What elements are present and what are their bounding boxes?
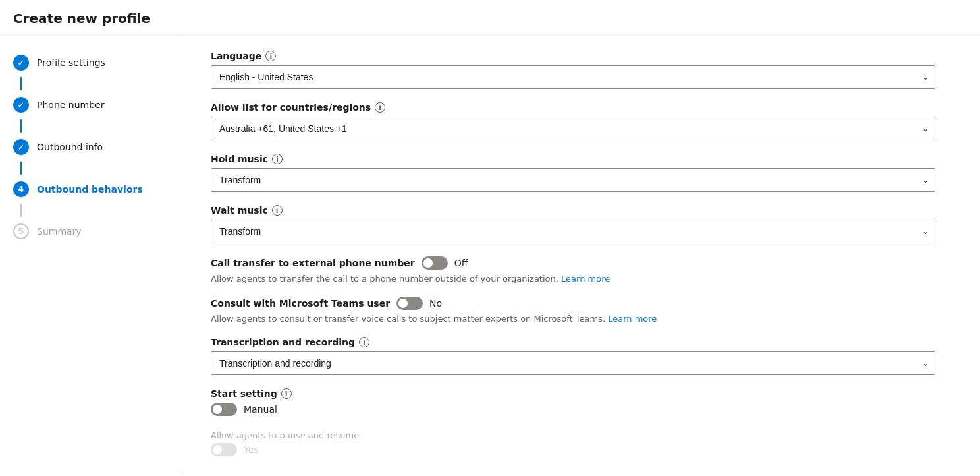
hold-music-info-icon[interactable]: i <box>272 154 283 164</box>
hold-music-label: Hold music i <box>211 154 935 164</box>
start-setting-toggle[interactable] <box>211 403 237 416</box>
wait-music-group: Wait music i Transform None Default ⌄ <box>211 205 935 243</box>
language-select-wrapper: English - United States English - UK Fre… <box>211 65 935 89</box>
sidebar-item-profile-settings[interactable]: ✓ Profile settings <box>0 48 184 77</box>
call-transfer-learn-more[interactable]: Learn more <box>561 274 610 283</box>
main-layout: ✓ Profile settings ✓ Phone number ✓ Outb… <box>0 35 980 474</box>
consult-teams-description: Allow agents to consult or transfer voic… <box>211 314 657 324</box>
step-circle-1: ✓ <box>13 55 29 71</box>
step-circle-3: ✓ <box>13 139 29 155</box>
hold-music-group: Hold music i Transform None Default ⌄ <box>211 154 935 192</box>
sidebar-item-outbound-info[interactable]: ✓ Outbound info <box>0 133 184 162</box>
wait-music-label: Wait music i <box>211 205 935 216</box>
sidebar-item-summary[interactable]: 5 Summary <box>0 217 184 246</box>
language-select[interactable]: English - United States English - UK Fre… <box>211 65 935 89</box>
start-setting-group: Start setting i Manual <box>211 388 935 416</box>
wait-music-info-icon[interactable]: i <box>272 205 283 216</box>
consult-teams-learn-more[interactable]: Learn more <box>608 314 657 324</box>
start-setting-state: Manual <box>244 404 277 415</box>
allow-list-group: Allow list for countries/regions i Austr… <box>211 102 935 140</box>
start-setting-info-icon[interactable]: i <box>281 388 292 399</box>
start-setting-toggle-row: Manual <box>211 403 935 416</box>
allow-pause-toggle[interactable] <box>211 443 237 456</box>
transcription-group: Transcription and recording i Transcript… <box>211 337 935 375</box>
sidebar-item-outbound-behaviors[interactable]: 4 Outbound behaviors <box>0 175 184 204</box>
consult-teams-toggle[interactable] <box>396 297 423 310</box>
call-transfer-track <box>422 256 448 270</box>
form-section: Language i English - United States Engli… <box>211 51 935 456</box>
wait-music-select[interactable]: Transform None Default <box>211 220 935 243</box>
consult-teams-header: Consult with Microsoft Teams user No <box>211 297 442 310</box>
wait-music-select-wrapper: Transform None Default ⌄ <box>211 220 935 243</box>
consult-teams-track <box>396 297 423 310</box>
call-transfer-state: Off <box>454 258 468 268</box>
consult-teams-state: No <box>429 298 442 309</box>
step-circle-5: 5 <box>13 223 29 239</box>
sidebar: ✓ Profile settings ✓ Phone number ✓ Outb… <box>0 35 184 474</box>
consult-teams-label: Consult with Microsoft Teams user <box>211 298 390 309</box>
page-header: Create new profile <box>0 0 980 35</box>
step-circle-4: 4 <box>13 181 29 197</box>
hold-music-select-wrapper: Transform None Default ⌄ <box>211 168 935 192</box>
call-transfer-description: Allow agents to transfer the call to a p… <box>211 274 610 283</box>
allow-pause-header: Yes <box>211 443 259 456</box>
transcription-label: Transcription and recording i <box>211 337 935 347</box>
allow-pause-state: Yes <box>244 444 259 455</box>
start-setting-label: Start setting i <box>211 388 935 399</box>
allow-list-select-wrapper: Australia +61, United States +1 ⌄ <box>211 117 935 140</box>
connector-4 <box>20 204 22 217</box>
sidebar-label-profile-settings: Profile settings <box>37 57 105 68</box>
main-content: Language i English - United States Engli… <box>184 35 980 474</box>
call-transfer-thumb <box>423 258 433 268</box>
consult-teams-thumb <box>398 299 408 308</box>
call-transfer-label: Call transfer to external phone number <box>211 258 415 268</box>
call-transfer-header: Call transfer to external phone number O… <box>211 256 468 270</box>
sidebar-label-summary: Summary <box>37 226 82 237</box>
call-transfer-group: Call transfer to external phone number O… <box>211 256 935 283</box>
allow-pause-description: Allow agents to pause and resume <box>211 431 359 440</box>
consult-teams-group: Consult with Microsoft Teams user No All… <box>211 297 935 324</box>
connector-1 <box>20 77 22 90</box>
allow-list-label: Allow list for countries/regions i <box>211 102 935 113</box>
hold-music-select[interactable]: Transform None Default <box>211 168 935 192</box>
page-title: Create new profile <box>13 11 967 26</box>
connector-2 <box>20 119 22 133</box>
allow-pause-group: Allow agents to pause and resume Yes <box>211 429 935 456</box>
call-transfer-toggle[interactable] <box>422 256 448 270</box>
language-label: Language i <box>211 51 935 61</box>
language-group: Language i English - United States Engli… <box>211 51 935 89</box>
transcription-info-icon[interactable]: i <box>359 337 369 347</box>
step-circle-2: ✓ <box>13 97 29 113</box>
allow-list-info-icon[interactable]: i <box>375 102 385 113</box>
sidebar-item-phone-number[interactable]: ✓ Phone number <box>0 90 184 119</box>
start-setting-thumb <box>213 405 222 414</box>
language-info-icon[interactable]: i <box>265 51 276 61</box>
allow-pause-track <box>211 443 237 456</box>
sidebar-label-outbound-behaviors: Outbound behaviors <box>37 184 143 194</box>
transcription-select[interactable]: Transcription and recording None <box>211 351 935 375</box>
connector-3 <box>20 162 22 175</box>
sidebar-label-outbound-info: Outbound info <box>37 142 103 152</box>
sidebar-label-phone-number: Phone number <box>37 100 104 110</box>
start-setting-track <box>211 403 237 416</box>
allow-pause-thumb <box>213 445 222 454</box>
transcription-select-wrapper: Transcription and recording None ⌄ <box>211 351 935 375</box>
allow-list-select[interactable]: Australia +61, United States +1 <box>211 117 935 140</box>
